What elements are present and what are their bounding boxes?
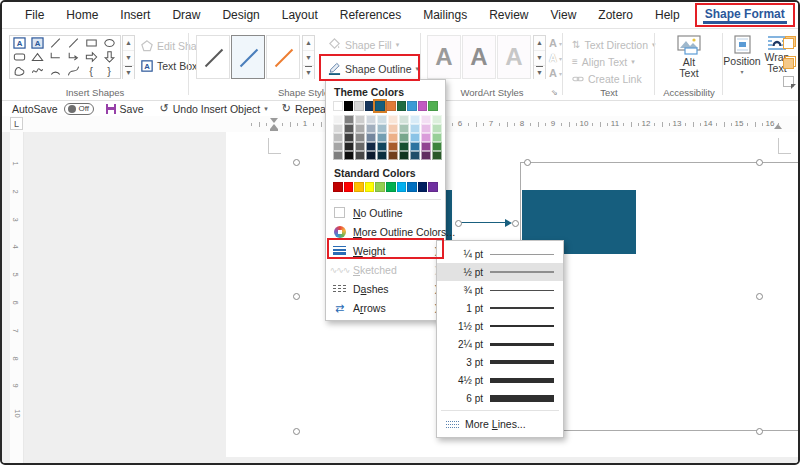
line-2-icon[interactable]: [64, 36, 82, 50]
triangle-icon[interactable]: [28, 50, 46, 64]
weight-option-4½pt[interactable]: 4½ pt: [437, 371, 563, 389]
theme-color-swatch[interactable]: [333, 101, 343, 111]
theme-variant-swatch[interactable]: [399, 151, 409, 160]
theme-variant-swatch[interactable]: [388, 115, 398, 124]
text-box-alt-icon[interactable]: A: [28, 36, 46, 50]
menu-tab-shape-format[interactable]: Shape Format: [695, 3, 795, 27]
weight-option-3pt[interactable]: 3 pt: [437, 353, 563, 371]
more-lines-item[interactable]: More Lines...: [437, 414, 563, 434]
theme-variant-swatch[interactable]: [388, 124, 398, 133]
theme-color-swatch[interactable]: [365, 101, 375, 111]
theme-variant-swatch[interactable]: [355, 115, 365, 124]
weight-option-6pt[interactable]: 6 pt: [437, 389, 563, 407]
rounded-rectangle-icon[interactable]: [10, 50, 28, 64]
theme-variant-swatch[interactable]: [344, 115, 354, 124]
theme-variant-swatch[interactable]: [366, 124, 376, 133]
theme-variant-swatch[interactable]: [432, 133, 442, 142]
theme-variant-swatch[interactable]: [410, 124, 420, 133]
arrow-down-icon[interactable]: [100, 50, 118, 64]
theme-variant-swatch[interactable]: [366, 115, 376, 124]
theme-variant-swatch[interactable]: [421, 142, 431, 151]
freeform-shape-icon[interactable]: [10, 64, 28, 78]
undo-dropdown-icon[interactable]: ▾: [264, 105, 268, 113]
theme-variant-swatch[interactable]: [388, 133, 398, 142]
standard-color-swatch[interactable]: [365, 182, 375, 192]
selection-handle[interactable]: [756, 293, 763, 300]
weight-option-1½pt[interactable]: 1½ pt: [437, 317, 563, 335]
menu-item-sketched[interactable]: ∿∿∿Sketched❯: [326, 260, 445, 279]
menu-item-weight[interactable]: Weight❯: [326, 241, 445, 260]
first-line-indent-marker[interactable]: [270, 118, 278, 123]
menu-tab-mailings[interactable]: Mailings: [412, 4, 478, 26]
gallery-more-icon[interactable]: ▼: [534, 66, 545, 80]
bring-forward-icon[interactable]: [783, 36, 796, 49]
selection-pane-icon[interactable]: [783, 76, 796, 89]
selection-handle[interactable]: [756, 159, 763, 166]
standard-color-swatch[interactable]: [407, 182, 417, 192]
selection-handle[interactable]: [293, 159, 300, 166]
theme-variant-swatch[interactable]: [377, 115, 387, 124]
theme-variant-swatch[interactable]: [432, 115, 442, 124]
gallery-up-icon[interactable]: ▲: [123, 36, 134, 51]
text-direction-button[interactable]: ⇅ Text Direction▾: [572, 36, 656, 53]
theme-color-swatch[interactable]: [397, 101, 407, 111]
vertical-ruler[interactable]: 12345678910: [10, 132, 24, 465]
theme-variant-swatch[interactable]: [377, 124, 387, 133]
gallery-more-icon[interactable]: ▼: [123, 66, 134, 80]
theme-variant-swatch[interactable]: [366, 142, 376, 151]
theme-variant-swatch[interactable]: [399, 115, 409, 124]
rectangle-icon[interactable]: [82, 36, 100, 50]
theme-variant-swatch[interactable]: [333, 115, 343, 124]
theme-variant-swatch[interactable]: [421, 151, 431, 160]
theme-variant-swatch[interactable]: [355, 133, 365, 142]
theme-variant-swatch[interactable]: [366, 151, 376, 160]
selection-handle[interactable]: [293, 428, 300, 435]
menu-tab-zotero[interactable]: Zotero: [587, 4, 644, 26]
shape-outline-button[interactable]: Shape Outline▾: [328, 60, 419, 77]
wordart-style-thumb[interactable]: A: [427, 35, 461, 79]
theme-color-swatch[interactable]: [418, 101, 428, 111]
menu-tab-review[interactable]: Review: [478, 4, 539, 26]
menu-tab-draw[interactable]: Draw: [161, 4, 211, 26]
curve-icon[interactable]: [64, 64, 82, 78]
theme-variant-swatch[interactable]: [333, 142, 343, 151]
arc-icon[interactable]: [46, 64, 64, 78]
theme-variant-swatch[interactable]: [399, 133, 409, 142]
theme-variant-swatch[interactable]: [355, 142, 365, 151]
elbow-connector-icon[interactable]: [46, 50, 64, 64]
menu-tab-references[interactable]: References: [329, 4, 412, 26]
theme-variant-swatch[interactable]: [344, 133, 354, 142]
line-endpoint-handle[interactable]: [455, 220, 462, 227]
theme-variant-swatch[interactable]: [432, 124, 442, 133]
line-endpoint-handle[interactable]: [512, 220, 519, 227]
weight-option-½pt[interactable]: ½ pt: [437, 263, 563, 281]
save-button[interactable]: Save: [106, 103, 144, 115]
gallery-up-icon[interactable]: ▲: [303, 36, 314, 51]
theme-variant-swatch[interactable]: [366, 133, 376, 142]
menu-tab-home[interactable]: Home: [55, 4, 109, 26]
theme-variant-swatch[interactable]: [344, 151, 354, 160]
menu-item-dashes[interactable]: Dashes❯: [326, 279, 445, 298]
elbow-arrow-connector-icon[interactable]: [64, 50, 82, 64]
theme-variant-swatch[interactable]: [410, 115, 420, 124]
gallery-down-icon[interactable]: ▼: [123, 51, 134, 66]
wordart-style-thumb[interactable]: A: [497, 35, 531, 79]
theme-variant-swatch[interactable]: [421, 133, 431, 142]
wordart-dialog-launcher-icon[interactable]: ⇘: [551, 88, 558, 97]
theme-variant-swatch[interactable]: [355, 151, 365, 160]
theme-variant-swatch[interactable]: [432, 151, 442, 160]
gallery-down-icon[interactable]: ▼: [303, 51, 314, 66]
alt-text-button[interactable]: Alt Text: [664, 35, 714, 79]
theme-variant-swatch[interactable]: [399, 142, 409, 151]
theme-color-swatch[interactable]: [428, 101, 438, 111]
theme-variant-swatch[interactable]: [410, 142, 420, 151]
right-brace-icon[interactable]: }: [100, 64, 118, 78]
menu-item-no-outline[interactable]: No Outline: [326, 203, 445, 222]
theme-variant-swatch[interactable]: [377, 151, 387, 160]
theme-variant-swatch[interactable]: [388, 151, 398, 160]
theme-variant-swatch[interactable]: [355, 124, 365, 133]
undo-button[interactable]: ↺ Undo Insert Object ▾: [159, 103, 267, 115]
theme-variant-swatch[interactable]: [333, 151, 343, 160]
menu-tab-file[interactable]: File: [14, 4, 55, 26]
align-text-button[interactable]: ≡ Align Text▾: [572, 53, 635, 70]
